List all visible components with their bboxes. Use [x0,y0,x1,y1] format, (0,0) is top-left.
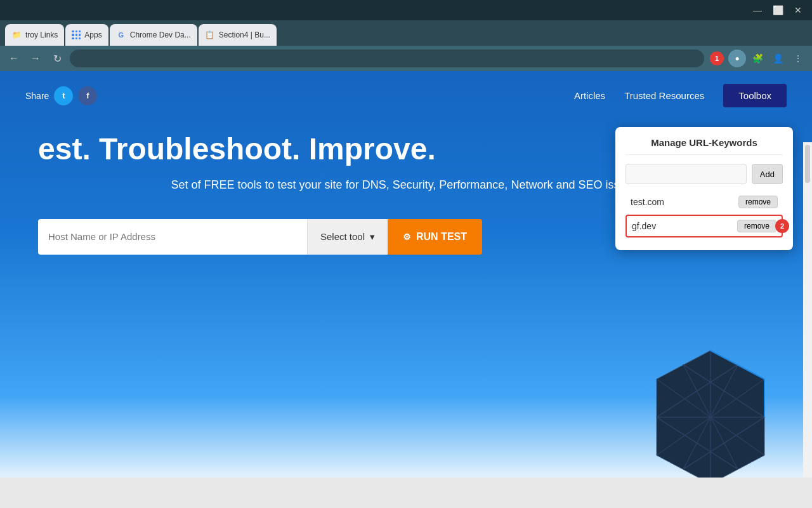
share-label: Share [25,91,49,101]
chevron-down-icon: ▾ [370,231,375,243]
popup-title: Manage URL-Keywords [625,137,783,155]
keyword-row-test-com: test.com remove [625,192,783,212]
apps-icon [72,30,81,39]
keyword-input[interactable] [625,164,747,184]
bottom-section [0,478,812,508]
toolbar-right: 1 ● 🧩 👤 ⋮ [708,50,807,67]
nav-toolbox[interactable]: Toolbox [723,84,787,107]
tab-chrome-dev[interactable]: G Chrome Dev Da... [110,24,197,46]
twitter-button[interactable]: t [54,86,73,105]
facebook-button[interactable]: f [78,86,97,105]
host-input[interactable] [38,219,307,255]
select-tool-dropdown[interactable]: Select tool ▾ [307,219,388,255]
add-keyword-button[interactable]: Add [752,164,783,184]
run-test-button[interactable]: ⚙ RUN TEST [388,219,482,255]
chrome-icon: G [116,30,126,40]
section4-icon: 📋 [205,30,215,40]
tab-section4[interactable]: 📋 Section4 | Bu... [199,24,277,46]
badge-2-container: 2 [775,219,789,233]
tab-troy-links[interactable]: 📁 troy Links [5,24,64,46]
extension-badge-button[interactable]: 1 [708,50,726,67]
tab-bar: 📁 troy Links Apps G Chrome Dev Da... 📋 S… [0,20,812,46]
tab-troy-links-label: troy Links [25,30,58,39]
puzzle-icon-button[interactable]: 🧩 [749,50,766,67]
profile-picture-button[interactable]: ● [728,50,746,67]
tab-apps[interactable]: Apps [65,24,108,46]
back-button[interactable]: ← [5,50,23,67]
keyword-gf-dev: gf.dev [632,221,737,231]
scrollbar[interactable] [803,142,812,478]
browser-toolbar: ← → ↻ 1 ● 🧩 👤 ⋮ [0,46,812,71]
popup-input-row: Add [625,164,783,184]
keyword-test-com: test.com [631,197,738,207]
nav-trusted-resources[interactable]: Trusted Resources [624,90,704,101]
badge-2: 2 [775,219,789,233]
url-keywords-popup: Manage URL-Keywords Add test.com remove … [615,127,793,250]
nav-articles[interactable]: Articles [574,90,605,101]
close-button[interactable]: ✕ [789,1,807,19]
os-top-bar: — ⬜ ✕ [0,0,812,20]
tab-apps-label: Apps [84,30,102,39]
remove-gf-dev-button[interactable]: remove [737,220,776,232]
run-test-label: RUN TEST [416,231,467,243]
search-bar: Select tool ▾ ⚙ RUN TEST [38,219,482,255]
remove-test-com-button[interactable]: remove [738,196,778,208]
restore-button[interactable]: ⬜ [769,1,787,19]
tab-chrome-dev-label: Chrome Dev Da... [130,30,191,39]
select-tool-label: Select tool [320,231,365,242]
folder-icon: 📁 [11,30,22,40]
gear-icon: ⚙ [403,232,411,242]
address-bar[interactable] [70,50,704,67]
nav-links: Articles Trusted Resources [574,90,704,101]
badge-1: 1 [710,51,724,65]
minimize-button[interactable]: — [749,1,766,19]
hex-decoration [647,344,774,478]
menu-button[interactable]: ⋮ [789,50,807,67]
scroll-thumb[interactable] [805,145,810,183]
keyword-row-gf-dev: gf.dev remove [625,215,783,237]
refresh-button[interactable]: ↻ [48,50,66,67]
person-button[interactable]: 👤 [769,50,787,67]
tab-section4-label: Section4 | Bu... [219,30,270,39]
share-section: Share t f [25,86,97,105]
forward-button[interactable]: → [27,50,44,67]
site-nav: Share t f Articles Trusted Resources Too… [0,71,812,120]
main-content: Share t f Articles Trusted Resources Too… [0,71,812,478]
